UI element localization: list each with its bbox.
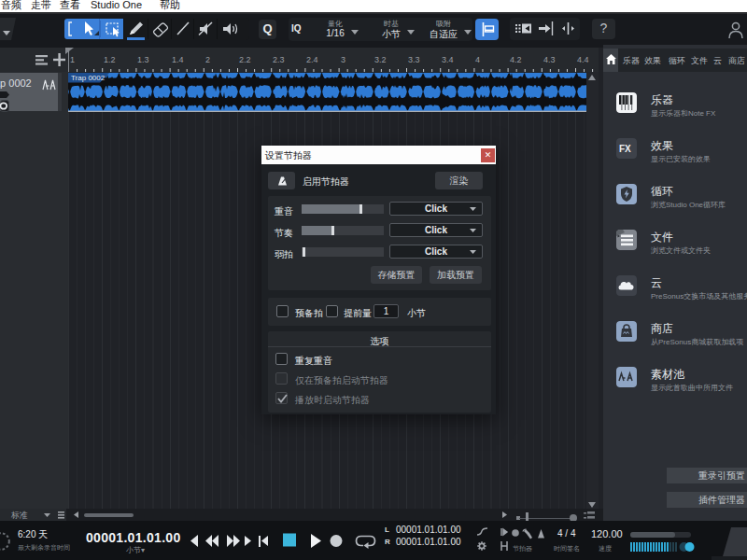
svg-text:Trap 0002: Trap 0002 [71, 74, 106, 82]
svg-text:FX: FX [619, 144, 631, 154]
